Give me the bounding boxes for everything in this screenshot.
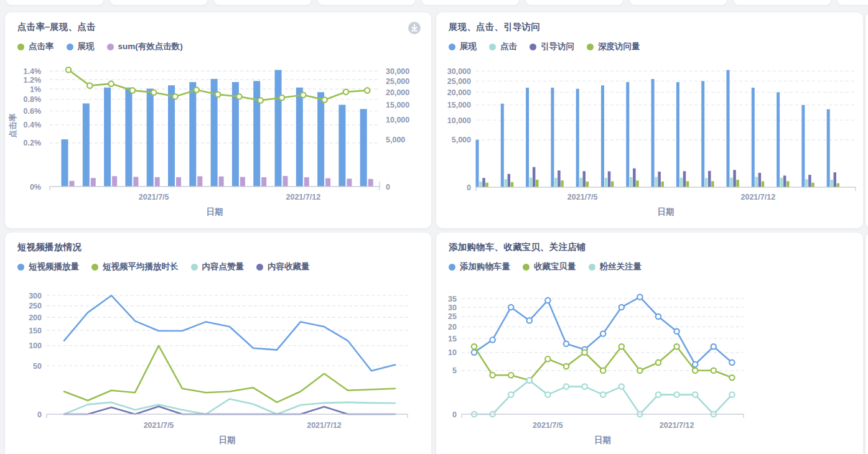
svg-text:0: 0	[37, 410, 42, 419]
svg-text:10: 10	[448, 348, 457, 357]
panel-ctr-impressions-clicks: 点击率–展现、点击 点击率展现sum(有效点击数) 0%0.2%0.4%0.6%…	[5, 12, 431, 228]
svg-text:2021/7/12: 2021/7/12	[286, 193, 320, 202]
panel-cart-favorite-follow: 添加购物车、收藏宝贝、关注店铺 添加购物车量收藏宝贝量粉丝关注量 0510152…	[436, 233, 863, 454]
svg-text:1%: 1%	[30, 85, 41, 94]
svg-text:0.4%: 0.4%	[24, 121, 42, 129]
svg-text:点击率: 点击率	[8, 114, 17, 138]
svg-text:10,000: 10,000	[447, 116, 471, 125]
cut-off-card-top	[838, 0, 868, 5]
svg-text:2021/7/5: 2021/7/5	[567, 193, 598, 202]
svg-text:0.6%: 0.6%	[24, 107, 42, 116]
svg-text:35: 35	[448, 295, 457, 303]
chart-canvas: 0501001502002503002021/7/52021/7/12日期	[5, 233, 431, 454]
svg-text:日期: 日期	[594, 435, 611, 445]
svg-text:0: 0	[452, 410, 457, 419]
chart-canvas: 051015202530352021/7/52021/7/12日期	[436, 233, 863, 454]
svg-text:日期: 日期	[207, 207, 223, 216]
cut-off-card-top	[318, 0, 415, 5]
cut-off-card-right	[866, 12, 868, 228]
svg-text:10,000: 10,000	[386, 116, 409, 124]
cut-off-card-top	[526, 0, 623, 5]
svg-text:2021/7/5: 2021/7/5	[144, 421, 174, 430]
svg-text:0%: 0%	[30, 183, 41, 192]
svg-text:0: 0	[467, 183, 471, 192]
svg-text:1.2%: 1.2%	[24, 76, 42, 85]
cut-off-card-top	[110, 0, 207, 5]
chart-canvas: 05,00010,00015,00020,00025,00030,0002021…	[436, 12, 863, 228]
svg-text:2021/7/12: 2021/7/12	[307, 421, 342, 430]
svg-text:15: 15	[448, 335, 457, 343]
svg-text:5,000: 5,000	[386, 136, 405, 144]
svg-text:25: 25	[448, 312, 457, 321]
panel-short-video-playback: 短视频播放情况 短视频播放量短视频平均播放时长内容点赞量内容收藏量 050100…	[5, 233, 431, 454]
cut-off-card-top	[6, 0, 103, 5]
svg-text:0.8%: 0.8%	[24, 95, 42, 104]
svg-text:5,000: 5,000	[452, 136, 471, 144]
svg-text:2021/7/5: 2021/7/5	[533, 421, 563, 430]
svg-text:2021/7/12: 2021/7/12	[660, 421, 694, 430]
svg-text:0.2%: 0.2%	[24, 139, 42, 147]
svg-text:150: 150	[29, 327, 42, 335]
svg-text:15,000: 15,000	[447, 101, 471, 109]
svg-text:30: 30	[448, 303, 457, 312]
svg-text:100: 100	[29, 341, 42, 350]
svg-text:50: 50	[33, 362, 42, 371]
svg-text:200: 200	[29, 313, 42, 322]
cut-off-card-top	[214, 0, 311, 5]
svg-text:1.4%: 1.4%	[24, 67, 42, 76]
svg-text:20: 20	[448, 323, 457, 331]
cut-off-card-right	[866, 233, 868, 454]
svg-text:0: 0	[386, 183, 390, 192]
svg-text:300: 300	[29, 292, 42, 300]
svg-text:15,000: 15,000	[386, 101, 409, 109]
svg-text:25,000: 25,000	[386, 77, 409, 86]
cut-off-card-top	[630, 0, 727, 5]
svg-text:5: 5	[452, 366, 457, 375]
svg-text:20,000: 20,000	[447, 88, 471, 97]
svg-text:30,000: 30,000	[386, 67, 409, 76]
svg-text:250: 250	[29, 302, 42, 310]
svg-text:2021/7/5: 2021/7/5	[139, 193, 169, 202]
panel-impressions-clicks-visits: 展现、点击、引导访问 展现点击引导访问深度访问量 05,00010,00015,…	[436, 12, 863, 228]
cut-off-card-top	[734, 0, 831, 5]
svg-text:日期: 日期	[658, 207, 674, 216]
svg-text:25,000: 25,000	[447, 77, 471, 86]
svg-text:20,000: 20,000	[386, 88, 409, 97]
bi-dashboard: { "colors":{ "blue":"#6BA2E3","teal":"#A…	[0, 0, 868, 454]
svg-text:日期: 日期	[219, 435, 236, 445]
svg-text:2021/7/12: 2021/7/12	[740, 193, 775, 202]
cut-off-card-top	[422, 0, 519, 5]
svg-text:30,000: 30,000	[447, 67, 471, 76]
chart-canvas: 0%0.2%0.4%0.6%0.8%1%1.2%1.4%05,00010,000…	[5, 12, 431, 228]
